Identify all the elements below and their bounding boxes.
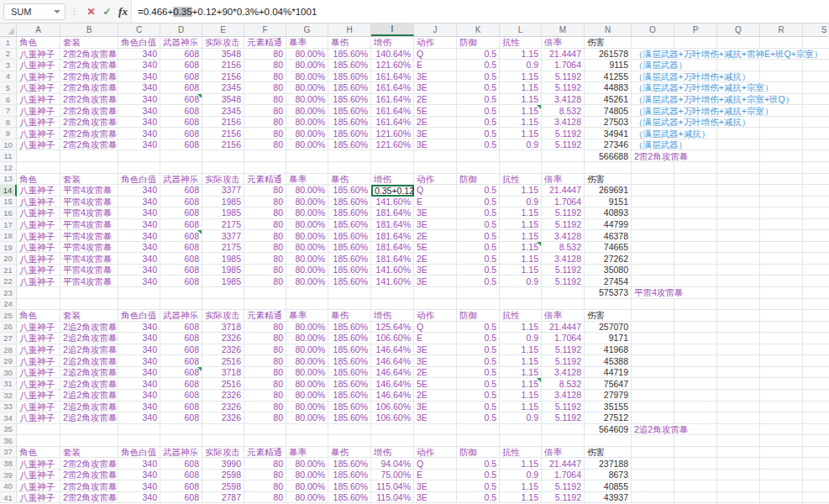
cell-H4[interactable]: 185.60% [328,71,371,83]
cell-A16[interactable]: 八重神子 [17,207,60,219]
cell-A9[interactable]: 八重神子 [17,128,60,139]
cell-K6[interactable]: 0.5 [457,94,500,106]
cell-I5[interactable]: 161.64% [371,82,414,94]
cell-I24[interactable] [371,299,414,311]
cell-O9[interactable]: （满层武器+减抗） [632,128,674,139]
cell-F21[interactable]: 80 [244,265,286,276]
cell-J24[interactable] [414,299,457,311]
cell-E11[interactable] [202,150,244,162]
cell-B40[interactable]: 2雷2角攻雷暴 [60,480,118,492]
cell-O25[interactable] [632,310,674,322]
row-number-39[interactable]: 39 [0,470,17,481]
cell-H28[interactable]: 185.60% [328,344,371,356]
cell-P39[interactable] [674,470,717,481]
cell-M36[interactable] [542,435,585,447]
row-number-31[interactable]: 31 [0,378,17,390]
cell-P24[interactable] [674,299,717,311]
cell-G28[interactable]: 80.00% [286,344,328,356]
cell-L9[interactable]: 1.15 [500,128,542,139]
cell-K31[interactable]: 0.5 [457,378,500,390]
column-header-M[interactable]: M [542,24,585,36]
cell-H34[interactable]: 185.60% [328,412,371,424]
cell-A39[interactable]: 八重神子 [17,470,60,481]
cell-K7[interactable]: 0.5 [457,105,500,117]
cell-M6[interactable]: 3.4128 [542,94,585,106]
cell-F26[interactable]: 80 [244,322,286,333]
cell-A8[interactable]: 八重神子 [17,117,60,129]
cell-B13[interactable]: 套装 [60,174,118,186]
cell-B33[interactable]: 2追2角攻雷暴 [60,402,118,413]
row-number-13[interactable]: 13 [0,174,17,186]
cell-F36[interactable] [244,435,286,447]
cell-G40[interactable]: 80.00% [286,480,328,492]
cell-F37[interactable]: 元素精通 [244,447,286,459]
cell-M39[interactable]: 1.7064 [542,470,585,481]
row-number-28[interactable]: 28 [0,344,17,356]
cell-P32[interactable] [674,390,717,402]
cell-G13[interactable]: 暴率 [286,174,328,186]
cell-O1[interactable] [632,37,674,49]
cell-A11[interactable] [17,150,60,162]
cell-S35[interactable] [803,424,829,436]
cell-B30[interactable]: 2追2角攻雷暴 [60,367,118,379]
cell-F23[interactable] [244,287,286,299]
cell-E12[interactable] [202,162,244,174]
cell-N19[interactable]: 74665 [585,242,632,254]
cell-K17[interactable]: 0.5 [457,219,500,231]
cell-C16[interactable]: 340 [118,207,160,219]
cell-C31[interactable]: 340 [118,378,160,390]
cell-H3[interactable]: 185.60% [328,60,371,71]
column-header-I[interactable]: I [371,24,414,36]
cell-J20[interactable]: 2E [414,253,457,265]
cell-D33[interactable]: 608 [160,402,202,413]
cell-J5[interactable]: 3E [414,82,457,94]
cell-C34[interactable]: 340 [118,412,160,424]
row-number-3[interactable]: 3 [0,60,17,71]
cell-L21[interactable]: 1.15 [500,265,542,276]
cell-C6[interactable]: 340 [118,94,160,106]
column-header-E[interactable]: E [202,24,244,36]
cell-K13[interactable]: 防御 [457,174,500,186]
cell-C17[interactable]: 340 [118,219,160,231]
cell-N8[interactable]: 27503 [585,117,632,129]
column-header-B[interactable]: B [60,24,118,36]
cell-E4[interactable]: 2156 [202,71,244,83]
cell-P16[interactable] [674,207,717,219]
cell-P36[interactable] [674,435,717,447]
cell-J18[interactable]: 2E [414,230,457,242]
column-header-Q[interactable]: Q [717,24,760,36]
cell-F32[interactable]: 80 [244,390,286,402]
cell-D4[interactable]: 608 [160,71,202,83]
cell-P29[interactable] [674,355,717,367]
cell-A23[interactable] [17,287,60,299]
row-number-25[interactable]: 25 [0,310,17,322]
cell-N24[interactable] [585,299,632,311]
cell-M24[interactable] [542,299,585,311]
cell-K3[interactable]: 0.5 [457,60,500,71]
cell-M41[interactable]: 5.1192 [542,492,585,504]
cell-F8[interactable]: 80 [244,117,286,129]
cell-I41[interactable]: 115.04% [371,492,414,504]
cell-D22[interactable]: 608 [160,276,202,287]
cell-J27[interactable]: E [414,333,457,344]
cell-L20[interactable]: 1.15 [500,253,542,265]
cell-A22[interactable]: 八重神子 [17,276,60,287]
row-number-17[interactable]: 17 [0,219,17,231]
cell-E6[interactable]: 3548 [202,94,244,106]
cell-S34[interactable] [803,412,829,424]
cell-F15[interactable]: 80 [244,197,286,208]
cell-M16[interactable]: 5.1192 [542,207,585,219]
cell-S20[interactable] [803,253,829,265]
cell-L13[interactable]: 抗性 [500,174,542,186]
cell-K5[interactable]: 0.5 [457,82,500,94]
cell-B1[interactable]: 套装 [60,37,118,49]
cell-Q35[interactable] [717,424,760,436]
cell-I12[interactable] [371,162,414,174]
cell-B10[interactable]: 2雷2角攻雷暴 [60,139,118,151]
row-number-10[interactable]: 10 [0,139,17,151]
cell-O18[interactable] [632,230,674,242]
cell-C23[interactable] [118,287,160,299]
cell-C26[interactable]: 340 [118,322,160,333]
cell-F4[interactable]: 80 [244,71,286,83]
cell-A7[interactable]: 八重神子 [17,105,60,117]
